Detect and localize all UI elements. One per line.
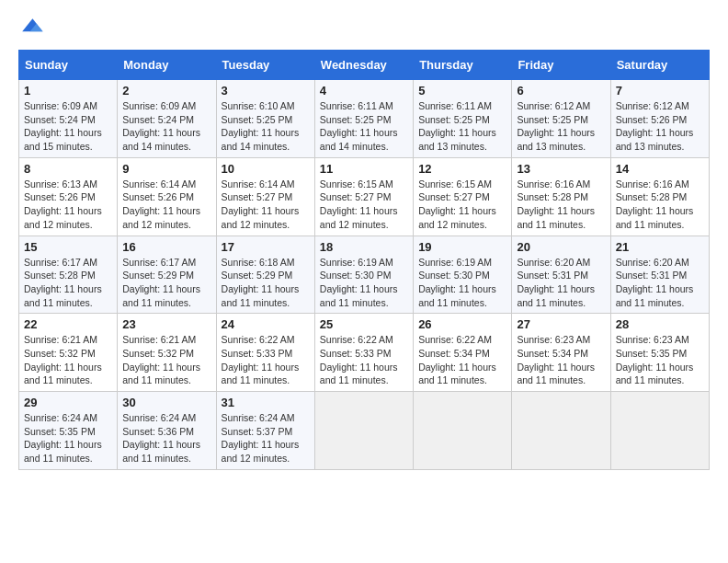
day-number: 9 xyxy=(122,162,210,176)
col-tuesday: Tuesday xyxy=(216,51,314,80)
col-sunday: Sunday xyxy=(19,51,118,80)
col-monday: Monday xyxy=(118,51,216,80)
header xyxy=(18,18,710,40)
table-row: 3 Sunrise: 6:10 AMSunset: 5:25 PMDayligh… xyxy=(216,80,314,158)
table-row: 16 Sunrise: 6:17 AMSunset: 5:29 PMDaylig… xyxy=(118,236,216,314)
table-row: 17 Sunrise: 6:18 AMSunset: 5:29 PMDaylig… xyxy=(216,236,314,314)
table-row: 22 Sunrise: 6:21 AMSunset: 5:32 PMDaylig… xyxy=(19,314,118,392)
cell-content: Sunrise: 6:15 AMSunset: 5:27 PMDaylight:… xyxy=(418,178,496,230)
table-row: 12 Sunrise: 6:15 AMSunset: 5:27 PMDaylig… xyxy=(414,157,512,236)
table-row: 5 Sunrise: 6:11 AMSunset: 5:25 PMDayligh… xyxy=(414,80,512,158)
cell-content: Sunrise: 6:23 AMSunset: 5:34 PMDaylight:… xyxy=(517,334,595,385)
empty-cell xyxy=(512,392,610,470)
cell-content: Sunrise: 6:24 AMSunset: 5:36 PMDaylight:… xyxy=(122,412,200,464)
table-row: 2 Sunrise: 6:09 AMSunset: 5:24 PMDayligh… xyxy=(118,80,216,158)
table-row: 6 Sunrise: 6:12 AMSunset: 5:25 PMDayligh… xyxy=(512,80,610,158)
table-row: 15 Sunrise: 6:17 AMSunset: 5:28 PMDaylig… xyxy=(19,236,118,314)
day-number: 23 xyxy=(122,317,210,331)
cell-content: Sunrise: 6:24 AMSunset: 5:37 PMDaylight:… xyxy=(222,412,300,464)
day-number: 14 xyxy=(616,162,704,176)
table-row: 20 Sunrise: 6:20 AMSunset: 5:31 PMDaylig… xyxy=(512,236,610,314)
cell-content: Sunrise: 6:22 AMSunset: 5:34 PMDaylight:… xyxy=(418,334,496,385)
table-row: 26 Sunrise: 6:22 AMSunset: 5:34 PMDaylig… xyxy=(414,314,512,392)
calendar-body: 1 Sunrise: 6:09 AMSunset: 5:24 PMDayligh… xyxy=(19,80,710,470)
empty-cell xyxy=(414,392,512,470)
day-number: 25 xyxy=(320,317,408,331)
calendar-week: 8 Sunrise: 6:13 AMSunset: 5:26 PMDayligh… xyxy=(19,157,710,236)
day-number: 19 xyxy=(418,240,506,254)
day-number: 4 xyxy=(320,84,408,98)
table-row: 29 Sunrise: 6:24 AMSunset: 5:35 PMDaylig… xyxy=(19,392,118,470)
day-number: 16 xyxy=(122,240,210,254)
table-row: 30 Sunrise: 6:24 AMSunset: 5:36 PMDaylig… xyxy=(118,392,216,470)
cell-content: Sunrise: 6:15 AMSunset: 5:27 PMDaylight:… xyxy=(320,178,398,230)
cell-content: Sunrise: 6:24 AMSunset: 5:35 PMDaylight:… xyxy=(24,412,102,464)
cell-content: Sunrise: 6:14 AMSunset: 5:26 PMDaylight:… xyxy=(122,178,200,230)
cell-content: Sunrise: 6:18 AMSunset: 5:29 PMDaylight:… xyxy=(222,257,300,308)
day-number: 30 xyxy=(122,396,210,409)
table-row: 8 Sunrise: 6:13 AMSunset: 5:26 PMDayligh… xyxy=(19,157,118,236)
empty-cell xyxy=(610,392,709,470)
table-row: 25 Sunrise: 6:22 AMSunset: 5:33 PMDaylig… xyxy=(314,314,413,392)
table-row: 31 Sunrise: 6:24 AMSunset: 5:37 PMDaylig… xyxy=(216,392,314,470)
day-number: 28 xyxy=(616,317,704,331)
day-number: 7 xyxy=(616,84,704,98)
cell-content: Sunrise: 6:09 AMSunset: 5:24 PMDaylight:… xyxy=(122,100,200,152)
calendar-week: 29 Sunrise: 6:24 AMSunset: 5:35 PMDaylig… xyxy=(19,392,710,470)
day-number: 11 xyxy=(320,162,408,176)
day-number: 26 xyxy=(418,317,506,331)
day-number: 6 xyxy=(517,84,605,98)
cell-content: Sunrise: 6:11 AMSunset: 5:25 PMDaylight:… xyxy=(418,100,496,152)
calendar-header: Sunday Monday Tuesday Wednesday Thursday… xyxy=(19,51,710,80)
col-thursday: Thursday xyxy=(414,51,512,80)
day-number: 13 xyxy=(517,162,605,176)
cell-content: Sunrise: 6:13 AMSunset: 5:26 PMDaylight:… xyxy=(24,178,102,230)
day-number: 3 xyxy=(222,84,310,98)
logo xyxy=(18,18,44,40)
day-number: 15 xyxy=(24,240,112,254)
table-row: 21 Sunrise: 6:20 AMSunset: 5:31 PMDaylig… xyxy=(610,236,709,314)
cell-content: Sunrise: 6:21 AMSunset: 5:32 PMDaylight:… xyxy=(24,334,102,385)
cell-content: Sunrise: 6:17 AMSunset: 5:29 PMDaylight:… xyxy=(122,257,200,308)
day-number: 22 xyxy=(24,317,112,331)
cell-content: Sunrise: 6:19 AMSunset: 5:30 PMDaylight:… xyxy=(418,257,496,308)
col-saturday: Saturday xyxy=(610,51,709,80)
table-row: 10 Sunrise: 6:14 AMSunset: 5:27 PMDaylig… xyxy=(216,157,314,236)
table-row: 28 Sunrise: 6:23 AMSunset: 5:35 PMDaylig… xyxy=(610,314,709,392)
day-number: 18 xyxy=(320,240,408,254)
day-number: 1 xyxy=(24,84,112,98)
table-row: 27 Sunrise: 6:23 AMSunset: 5:34 PMDaylig… xyxy=(512,314,610,392)
cell-content: Sunrise: 6:22 AMSunset: 5:33 PMDaylight:… xyxy=(320,334,398,385)
col-wednesday: Wednesday xyxy=(314,51,413,80)
calendar-week: 22 Sunrise: 6:21 AMSunset: 5:32 PMDaylig… xyxy=(19,314,710,392)
table-row: 11 Sunrise: 6:15 AMSunset: 5:27 PMDaylig… xyxy=(314,157,413,236)
day-number: 12 xyxy=(418,162,506,176)
day-number: 31 xyxy=(222,396,310,409)
table-row: 18 Sunrise: 6:19 AMSunset: 5:30 PMDaylig… xyxy=(314,236,413,314)
table-row: 24 Sunrise: 6:22 AMSunset: 5:33 PMDaylig… xyxy=(216,314,314,392)
table-row: 14 Sunrise: 6:16 AMSunset: 5:28 PMDaylig… xyxy=(610,157,709,236)
cell-content: Sunrise: 6:21 AMSunset: 5:32 PMDaylight:… xyxy=(122,334,200,385)
logo-icon xyxy=(18,15,44,40)
day-number: 8 xyxy=(24,162,112,176)
cell-content: Sunrise: 6:16 AMSunset: 5:28 PMDaylight:… xyxy=(616,178,694,230)
table-row: 23 Sunrise: 6:21 AMSunset: 5:32 PMDaylig… xyxy=(118,314,216,392)
cell-content: Sunrise: 6:17 AMSunset: 5:28 PMDaylight:… xyxy=(24,257,102,308)
day-number: 20 xyxy=(517,240,605,254)
day-number: 2 xyxy=(122,84,210,98)
day-number: 27 xyxy=(517,317,605,331)
table-row: 7 Sunrise: 6:12 AMSunset: 5:26 PMDayligh… xyxy=(610,80,709,158)
cell-content: Sunrise: 6:16 AMSunset: 5:28 PMDaylight:… xyxy=(517,178,595,230)
table-row: 4 Sunrise: 6:11 AMSunset: 5:25 PMDayligh… xyxy=(314,80,413,158)
day-number: 21 xyxy=(616,240,704,254)
day-number: 29 xyxy=(24,396,112,409)
cell-content: Sunrise: 6:14 AMSunset: 5:27 PMDaylight:… xyxy=(222,178,300,230)
table-row: 1 Sunrise: 6:09 AMSunset: 5:24 PMDayligh… xyxy=(19,80,118,158)
cell-content: Sunrise: 6:12 AMSunset: 5:26 PMDaylight:… xyxy=(616,100,694,152)
calendar: Sunday Monday Tuesday Wednesday Thursday… xyxy=(18,50,710,470)
cell-content: Sunrise: 6:11 AMSunset: 5:25 PMDaylight:… xyxy=(320,100,398,152)
cell-content: Sunrise: 6:23 AMSunset: 5:35 PMDaylight:… xyxy=(616,334,694,385)
day-number: 24 xyxy=(222,317,310,331)
cell-content: Sunrise: 6:09 AMSunset: 5:24 PMDaylight:… xyxy=(24,100,102,152)
cell-content: Sunrise: 6:10 AMSunset: 5:25 PMDaylight:… xyxy=(222,100,300,152)
